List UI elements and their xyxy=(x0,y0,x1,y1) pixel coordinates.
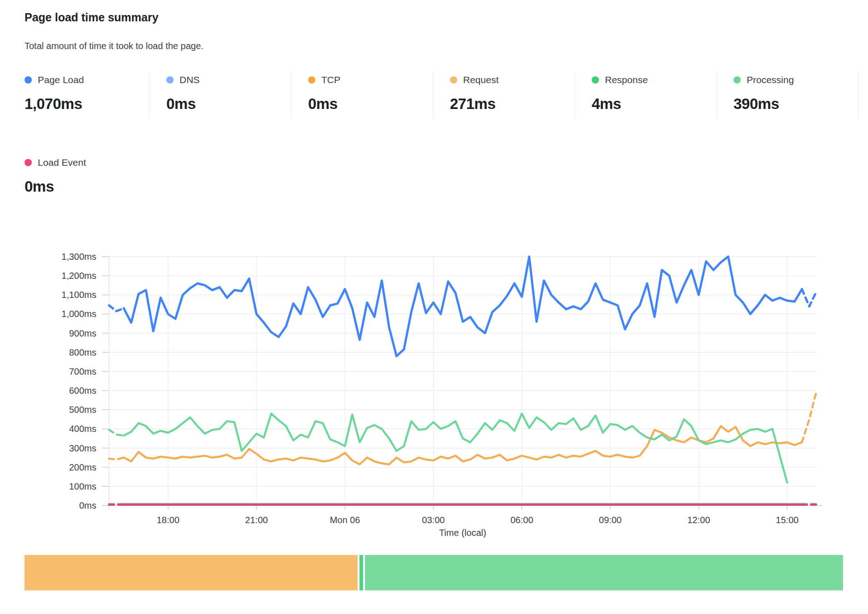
y-tick-label: 400ms xyxy=(69,424,96,434)
y-tick-label: 1,200ms xyxy=(61,271,96,281)
x-tick-label: 12:00 xyxy=(687,515,710,525)
status-segment-green xyxy=(365,555,843,590)
y-tick-label: 600ms xyxy=(69,386,96,396)
y-tick-label: 200ms xyxy=(69,462,96,472)
x-tick-label: Mon 06 xyxy=(330,515,360,525)
y-tick-label: 0ms xyxy=(79,500,96,510)
page: { "header": { "title": "Page load time s… xyxy=(0,0,868,614)
series-page-load-dashed-end xyxy=(802,289,817,307)
series-page-load-dashed-start xyxy=(109,306,124,312)
y-tick-label: 900ms xyxy=(69,328,96,338)
x-tick-label: 06:00 xyxy=(510,515,533,525)
series-request-dashed-start xyxy=(109,458,124,460)
status-segment-green-sliver xyxy=(359,555,363,590)
series-request-line xyxy=(124,426,802,464)
x-tick-label: 21:00 xyxy=(245,515,268,525)
x-tick-label: 03:00 xyxy=(422,515,445,525)
load-time-chart: 0ms100ms200ms300ms400ms500ms600ms700ms80… xyxy=(0,0,868,614)
x-tick-label: 18:00 xyxy=(157,515,180,525)
status-segment-orange xyxy=(25,555,358,590)
y-tick-label: 1,100ms xyxy=(61,290,96,300)
series-processing-dashed-start xyxy=(109,430,124,436)
y-tick-label: 800ms xyxy=(69,347,96,357)
y-tick-label: 1,000ms xyxy=(61,309,96,319)
y-tick-label: 300ms xyxy=(69,443,96,453)
y-tick-label: 100ms xyxy=(69,481,96,491)
series-request-dashed-end xyxy=(802,391,817,442)
x-tick-label: 15:00 xyxy=(776,515,798,525)
x-axis-title: Time (local) xyxy=(394,528,531,538)
y-tick-label: 1,300ms xyxy=(61,252,96,262)
series-page-load-line xyxy=(124,257,802,356)
y-tick-label: 700ms xyxy=(69,366,96,376)
x-tick-label: 09:00 xyxy=(599,515,622,525)
status-timeline-bar xyxy=(25,555,843,590)
y-tick-label: 500ms xyxy=(69,405,96,415)
